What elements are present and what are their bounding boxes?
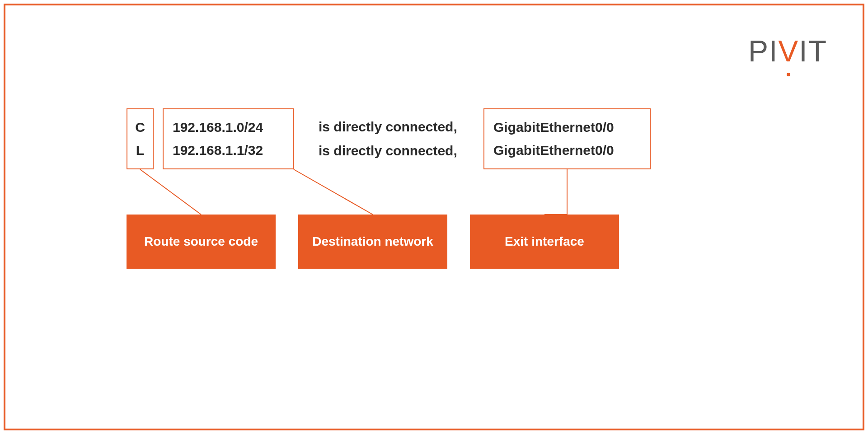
connector-lines — [127, 169, 669, 215]
label-text: Route source code — [144, 234, 258, 249]
route-code: C — [135, 120, 145, 135]
destination-network: 192.168.1.0/24 — [173, 120, 284, 135]
logo-part2: IT — [799, 34, 827, 68]
exit-interface: GigabitEthernet0/0 — [493, 143, 641, 158]
logo-accent: V — [778, 34, 799, 68]
svg-line-1 — [294, 169, 373, 215]
route-source-code-box: C L — [127, 108, 154, 169]
svg-line-0 — [140, 169, 201, 215]
logo-dot-icon — [787, 73, 790, 76]
route-code: L — [136, 143, 144, 158]
label-route-source-code: Route source code — [127, 215, 276, 269]
connected-text: is directly connected, — [319, 119, 457, 135]
label-exit-interface: Exit interface — [470, 215, 619, 269]
label-text: Exit interface — [505, 234, 584, 249]
destination-network: 192.168.1.1/32 — [173, 143, 284, 158]
pivit-logo: PIVIT — [748, 34, 827, 68]
logo-part1: PI — [748, 34, 778, 68]
exit-interface: GigabitEthernet0/0 — [493, 120, 641, 135]
destination-network-box: 192.168.1.0/24 192.168.1.1/32 — [163, 108, 294, 169]
exit-interface-box: GigabitEthernet0/0 GigabitEthernet0/0 — [483, 108, 651, 169]
label-text: Destination network — [312, 234, 433, 249]
label-destination-network: Destination network — [298, 215, 447, 269]
connected-text-column: is directly connected, is directly conne… — [319, 108, 457, 169]
connected-text: is directly connected, — [319, 143, 457, 159]
